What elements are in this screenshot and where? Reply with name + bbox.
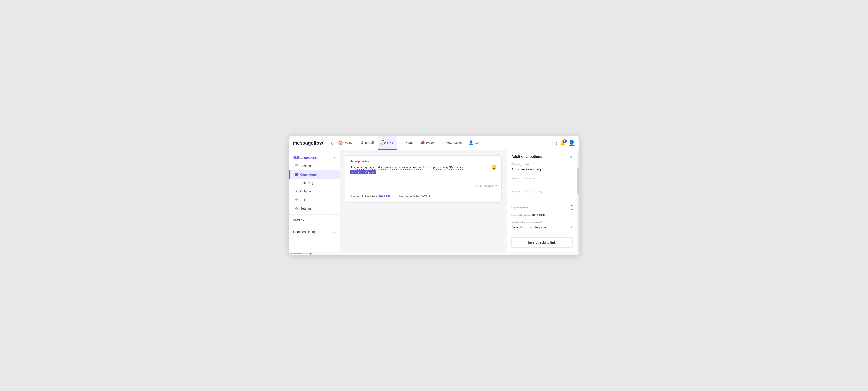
- nav-right-actions: 🔔 2 👤: [560, 140, 575, 146]
- sidebar-item-settings-label: Settings: [300, 207, 311, 210]
- capacity-field: Capacity [sms/h] + − Acceptable values: …: [512, 204, 572, 216]
- message-text-before: Hey,: [350, 165, 356, 169]
- sidebar-item-outgoing[interactable]: ↗ Outgoing: [289, 187, 340, 196]
- unsubscribe-select-row[interactable]: Default unsubscribe page ▾: [512, 224, 572, 230]
- scroll-left-arrow[interactable]: ◀: [290, 252, 292, 255]
- right-panel-collapse-button[interactable]: ∧: [570, 155, 572, 159]
- capacity-controls: + −: [570, 204, 572, 211]
- nav-item-email[interactable]: @ E-mail: [356, 136, 377, 150]
- sidebar-item-dashboard-label: Dashboard: [300, 164, 315, 168]
- unsubscribe-section: Unsubscribe page template * Default unsu…: [512, 221, 572, 230]
- sidebar-item-hlr-label: HLR: [300, 198, 306, 202]
- top-navigation: messageflow™ ❮ 🏠 Home @ E-mail 💬 SMS 🗨 M…: [289, 136, 579, 150]
- campaign-description-label: Campaign description: [512, 177, 572, 179]
- bottom-scrollbar[interactable]: ◀ ▶: [289, 252, 579, 255]
- common-settings-expand-icon: ∨: [333, 230, 336, 234]
- avatar-icon: 👤: [568, 140, 575, 146]
- capacity-hint-label: Acceptable values:: [512, 214, 531, 216]
- notifications-bell-button[interactable]: 🔔 2: [560, 140, 565, 146]
- logo-tm: ™: [323, 141, 325, 143]
- sms-campaigns-section-header[interactable]: SMS campaigns ∧: [289, 153, 340, 162]
- sidebar-item-dashboard[interactable]: ☰ Dashboard: [289, 162, 340, 170]
- nav-item-home[interactable]: 🏠 Home: [335, 136, 355, 150]
- user-avatar-button[interactable]: 👤: [568, 140, 575, 146]
- incoming-icon: →: [295, 181, 299, 185]
- progress-notification-field: Progress notification (e-mail): [512, 190, 572, 199]
- capacity-label: Capacity [sms/h]: [512, 206, 529, 209]
- campaigns-icon: ⊞: [295, 172, 298, 176]
- insert-tracking-link-button[interactable]: Insert tracking link: [512, 238, 572, 248]
- nav-item-home-label: Home: [344, 141, 352, 144]
- campaign-description-input[interactable]: [512, 180, 572, 186]
- capacity-minus-button[interactable]: −: [570, 208, 572, 211]
- common-settings-label: Common settings: [293, 230, 317, 234]
- campaign-description-field: Campaign description: [512, 177, 572, 186]
- emoji-picker-button[interactable]: 🙂: [491, 165, 497, 170]
- campaign-name-input[interactable]: [512, 167, 572, 172]
- automation-icon: ✓: [441, 140, 445, 145]
- sms-api-label: SMS API: [293, 219, 306, 222]
- sidebar-item-settings[interactable]: ⚙ Settings ∨: [289, 204, 340, 213]
- app-logo: messageflow™: [293, 140, 325, 146]
- outgoing-icon: ↗: [295, 189, 298, 193]
- sidebar-item-common-settings[interactable]: Common settings ∨: [289, 228, 340, 236]
- sidebar-item-sms-api[interactable]: SMS API ∨: [289, 216, 340, 224]
- mms-icon: 🗨: [400, 140, 404, 145]
- stats-row: Number of characters: 102 / 160 Number o…: [350, 195, 497, 198]
- campaign-name-field: Campaign name *: [512, 163, 572, 172]
- message-squiggly1: we've got great discounts and promos on …: [356, 165, 424, 169]
- nav-item-automation[interactable]: ✓ Automation: [438, 136, 465, 150]
- sidebar-item-incoming[interactable]: → Incoming: [289, 178, 340, 187]
- nav-item-push-label: PUSH: [426, 141, 435, 144]
- nav-next-arrow[interactable]: ❯: [553, 140, 560, 146]
- capacity-hint: Acceptable values: 60 - 100000: [512, 214, 572, 216]
- nav-item-co[interactable]: 👤 Co: [466, 136, 482, 150]
- nav-item-push[interactable]: 📣 PUSH: [417, 136, 438, 150]
- settings-icon: ⚙: [295, 206, 298, 211]
- campaign-name-label: Campaign name *: [512, 163, 572, 166]
- right-scrollbar[interactable]: [577, 150, 579, 252]
- sidebar: SMS campaigns ∧ ☰ Dashboard ⊞ Campaigns …: [289, 150, 340, 252]
- sidebar-item-incoming-label: Incoming: [301, 181, 313, 185]
- chars-label: Number of characters:: [350, 195, 378, 198]
- nav-items: 🏠 Home @ E-mail 💬 SMS 🗨 MMS 📣 PUSH ✓ A: [335, 136, 553, 150]
- sidebar-divider-1: [289, 214, 340, 215]
- sms-campaigns-label: SMS campaigns: [293, 156, 317, 159]
- hlr-icon: ⚙: [295, 198, 298, 202]
- unsubscribe-label: Unsubscribe page template *: [512, 221, 572, 223]
- settings-expand-icon: ∨: [334, 207, 336, 210]
- optout-link[interactable]: www.ide.do/optout: [350, 170, 376, 174]
- message-content-label: Message content*: [350, 160, 497, 163]
- push-icon: 📣: [420, 140, 425, 145]
- right-scrollbar-thumb: [577, 168, 579, 194]
- capacity-hint-range: 60 - 100000: [532, 214, 545, 216]
- sidebar-item-hlr[interactable]: ⚙ HLR: [289, 196, 340, 204]
- personalization-select[interactable]: Personalization ▾: [475, 184, 497, 187]
- email-icon: @: [360, 140, 364, 145]
- sidebar-item-campaigns[interactable]: ⊞ Campaigns: [289, 170, 340, 178]
- progress-notification-input[interactable]: [512, 194, 572, 199]
- right-panel: Additional options ∧ Campaign name * Cam…: [507, 150, 577, 252]
- unsubscribe-value: Default unsubscribe page: [512, 226, 571, 229]
- personalization-arrow: ▾: [495, 184, 497, 187]
- nav-prev-arrow[interactable]: ❮: [329, 140, 335, 146]
- main-content: Message content* Hey, we've got great di…: [340, 150, 507, 252]
- notification-badge: 2: [563, 139, 567, 143]
- message-text-mid: To stop: [424, 165, 436, 169]
- message-text[interactable]: Hey, we've got great discounts and promo…: [350, 165, 497, 182]
- logo-flow: flow: [313, 140, 323, 146]
- nav-item-sms[interactable]: 💬 SMS: [378, 136, 397, 150]
- nav-item-email-label: E-mail: [365, 141, 374, 144]
- scroll-right-arrow[interactable]: ▶: [310, 252, 312, 255]
- sidebar-item-campaigns-label: Campaigns: [300, 173, 316, 176]
- bottom-scrollbar-thumb: [293, 253, 302, 254]
- nav-item-mms[interactable]: 🗨 MMS: [397, 136, 416, 150]
- progress-notification-label: Progress notification (e-mail): [512, 190, 572, 193]
- body-wrap: SMS campaigns ∧ ☰ Dashboard ⊞ Campaigns …: [289, 150, 579, 252]
- nav-item-automation-label: Automation: [446, 141, 462, 144]
- personalization-label: Personalization: [475, 184, 495, 187]
- chars-value: 102 / 160: [378, 195, 391, 198]
- billed-label: Number of billed SMS:: [399, 195, 428, 198]
- capacity-plus-button[interactable]: +: [570, 204, 572, 207]
- co-icon: 👤: [469, 140, 473, 145]
